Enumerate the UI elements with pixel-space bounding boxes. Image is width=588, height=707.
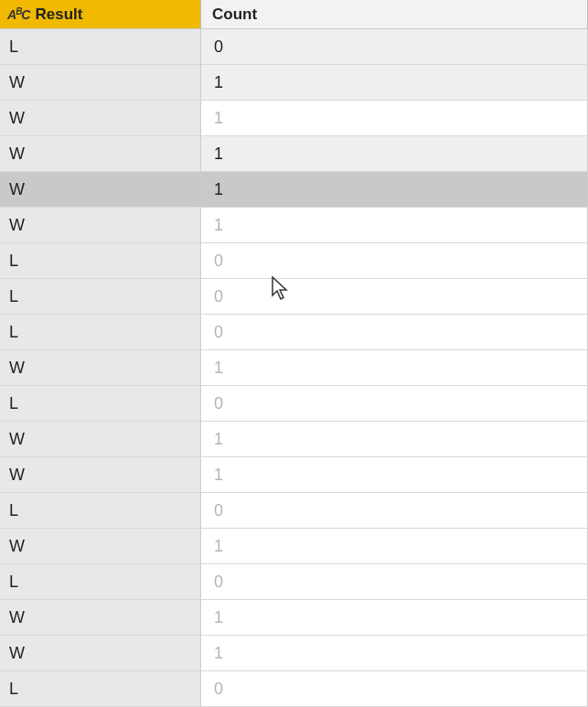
table-cell-result[interactable]: W [0, 600, 201, 636]
column-header-count-label: Count [212, 5, 257, 24]
table-cell-count[interactable]: 0 [201, 29, 588, 65]
table-cell-result[interactable]: L [0, 279, 201, 315]
table-cell-result[interactable]: W [0, 457, 201, 493]
table-cell-result[interactable]: W [0, 350, 201, 386]
table-cell-result[interactable]: L [0, 671, 201, 707]
table-cell-count[interactable]: 1 [201, 422, 588, 457]
table-cell-count[interactable]: 0 [201, 279, 588, 315]
table-cell-count[interactable]: 1 [201, 350, 588, 386]
table-cell-result[interactable]: L [0, 29, 201, 65]
table-cell-result[interactable]: W [0, 172, 201, 208]
table-cell-result[interactable]: L [0, 493, 201, 529]
table-cell-count[interactable]: 0 [201, 315, 588, 350]
table-cell-count[interactable]: 1 [201, 600, 588, 636]
table-cell-count[interactable]: 0 [201, 671, 588, 707]
table-cell-result[interactable]: W [0, 422, 201, 457]
table-cell-result[interactable]: L [0, 386, 201, 422]
table-cell-count[interactable]: 1 [201, 136, 588, 172]
column-header-result-label: Result [35, 5, 82, 24]
column-count: Count 0111110001011010110 [201, 0, 588, 707]
table-cell-result[interactable]: W [0, 529, 201, 564]
table-cell-result[interactable]: W [0, 101, 201, 136]
table-cell-result[interactable]: L [0, 564, 201, 600]
table-cell-count[interactable]: 1 [201, 457, 588, 493]
table-cell-count[interactable]: 1 [201, 172, 588, 208]
table-cell-count[interactable]: 1 [201, 636, 588, 671]
datatype-text-icon: ABC [7, 7, 29, 22]
column-result: ABC Result LWWWWWLLLWLWWLWLWWL [0, 0, 201, 707]
table-cell-count[interactable]: 0 [201, 386, 588, 422]
table-cell-count[interactable]: 0 [201, 493, 588, 529]
table-cell-count[interactable]: 1 [201, 101, 588, 136]
table-cell-result[interactable]: W [0, 65, 201, 101]
table-cell-count[interactable]: 1 [201, 208, 588, 243]
column-header-count[interactable]: Count [201, 0, 588, 29]
column-header-result[interactable]: ABC Result [0, 0, 201, 29]
table-cell-count[interactable]: 0 [201, 564, 588, 600]
table-cell-result[interactable]: W [0, 208, 201, 243]
table-cell-count[interactable]: 1 [201, 65, 588, 101]
table-cell-result[interactable]: W [0, 136, 201, 172]
table-cell-result[interactable]: L [0, 315, 201, 350]
table-cell-count[interactable]: 0 [201, 243, 588, 279]
data-table: ABC Result LWWWWWLLLWLWWLWLWWL Count 011… [0, 0, 588, 707]
table-cell-count[interactable]: 1 [201, 529, 588, 564]
table-cell-result[interactable]: L [0, 243, 201, 279]
table-cell-result[interactable]: W [0, 636, 201, 671]
